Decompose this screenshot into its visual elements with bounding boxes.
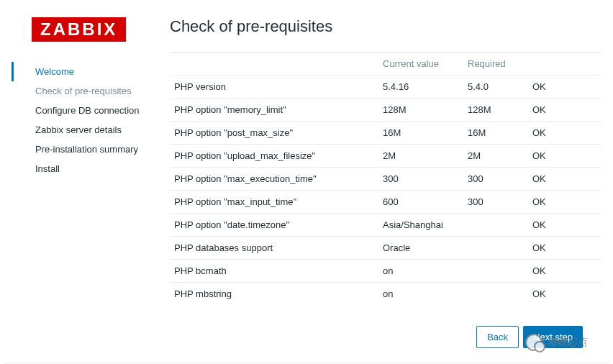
table-row: PHP option "memory_limit"128M128MOK (170, 99, 601, 122)
req-status: OK (528, 76, 601, 99)
req-current: Oracle (378, 237, 463, 260)
col-status (528, 53, 601, 76)
req-current: on (378, 283, 463, 301)
req-required (463, 283, 528, 301)
table-row: PHP option "max_input_time"600300OK (170, 191, 601, 214)
req-status: OK (528, 191, 601, 214)
sidebar-item-4[interactable]: Pre-installation summary (12, 140, 163, 159)
sidebar-item-1[interactable]: Check of pre-requisites (12, 81, 163, 101)
req-name: PHP option "memory_limit" (170, 99, 378, 122)
req-required: 300 (463, 191, 528, 214)
req-required (463, 260, 528, 283)
req-status: OK (528, 99, 601, 122)
table-row: PHP option "upload_max_filesize"2M2MOK (170, 145, 601, 168)
req-name: PHP databases support (170, 237, 378, 260)
req-status: OK (528, 122, 601, 145)
table-row: PHP mbstringonOK (170, 283, 601, 301)
requirements-table: Current value Required PHP version5.4.16… (170, 53, 601, 300)
req-name: PHP option "max_input_time" (170, 191, 378, 214)
table-row: PHP version5.4.165.4.0OK (170, 76, 601, 99)
req-name: PHP bcmath (170, 260, 378, 283)
req-name: PHP option "post_max_size" (170, 122, 378, 145)
sidebar-item-0[interactable]: Welcome (12, 62, 163, 81)
back-button[interactable]: Back (476, 326, 519, 348)
req-status: OK (528, 260, 601, 283)
zabbix-logo: ZABBIX (32, 17, 126, 42)
req-current: 16M (378, 122, 463, 145)
req-status: OK (528, 214, 601, 237)
req-required (463, 237, 528, 260)
req-current: 2M (378, 145, 463, 168)
setup-steps-list: WelcomeCheck of pre-requisitesConfigure … (12, 62, 163, 178)
main-content: Check of pre-requisites Current value Re… (163, 17, 601, 300)
req-required (463, 214, 528, 237)
req-current: 300 (378, 168, 463, 191)
req-status: OK (528, 237, 601, 260)
col-current: Current value (378, 53, 463, 76)
sidebar-item-5[interactable]: Install (12, 159, 163, 178)
req-required: 300 (463, 168, 528, 191)
table-row: PHP option "max_execution_time"300300OK (170, 168, 601, 191)
req-status: OK (528, 145, 601, 168)
req-current: 128M (378, 99, 463, 122)
req-name: PHP option "date.timezone" (170, 214, 378, 237)
button-row: Back Next step (476, 326, 583, 348)
req-current: on (378, 260, 463, 283)
next-step-button[interactable]: Next step (523, 326, 583, 348)
req-name: PHP option "upload_max_filesize" (170, 145, 378, 168)
table-row: PHP bcmathonOK (170, 260, 601, 283)
table-row: PHP option "post_max_size"16M16MOK (170, 122, 601, 145)
req-current: 600 (378, 191, 463, 214)
req-required: 128M (463, 99, 528, 122)
col-required: Required (463, 53, 528, 76)
sidebar: ZABBIX WelcomeCheck of pre-requisitesCon… (12, 17, 163, 300)
table-row: PHP databases supportOracleOK (170, 237, 601, 260)
table-row: PHP option "date.timezone"Asia/ShanghaiO… (170, 214, 601, 237)
requirements-scroll[interactable]: Current value Required PHP version5.4.16… (170, 52, 601, 300)
sidebar-item-2[interactable]: Configure DB connection (12, 101, 163, 120)
sidebar-item-3[interactable]: Zabbix server details (12, 120, 163, 140)
req-current: Asia/Shanghai (378, 214, 463, 237)
req-name: PHP version (170, 76, 378, 99)
req-current: 5.4.16 (378, 76, 463, 99)
col-name (170, 53, 378, 76)
req-name: PHP mbstring (170, 283, 378, 301)
req-required: 2M (463, 145, 528, 168)
page-title: Check of pre-requisites (170, 17, 601, 36)
req-required: 16M (463, 122, 528, 145)
req-required: 5.4.0 (463, 76, 528, 99)
req-name: PHP option "max_execution_time" (170, 168, 378, 191)
req-status: OK (528, 283, 601, 301)
req-status: OK (528, 168, 601, 191)
